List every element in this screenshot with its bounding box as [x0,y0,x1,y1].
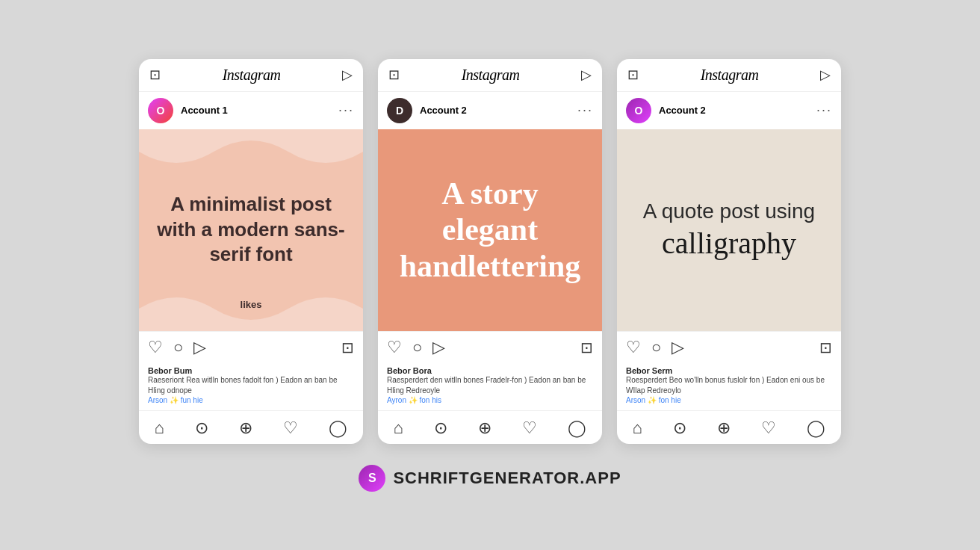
nav-heart-2[interactable]: ♡ [522,418,537,438]
caption-user-1: Bebor Bum [148,366,354,375]
ig-topbar-3: ⊡ Instagram ▷ [617,59,841,92]
branding-text: SCHRIFTGENERATOR.APP [393,469,621,488]
nav-heart-3[interactable]: ♡ [761,418,776,438]
post-image-3: A quote post using calligraphy [617,129,841,331]
nav-add-3[interactable]: ⊕ [717,418,731,438]
nav-person-2[interactable]: ◯ [568,418,586,438]
more-dots-3[interactable]: ··· [816,102,832,118]
avatar-2: D [387,98,412,123]
ig-actions-2: ♡ ○ ▷ ⊡ [378,331,602,363]
actions-left-3: ♡ ○ ▷ [626,338,684,357]
bottom-nav-1: ⌂ ⊙ ⊕ ♡ ◯ [139,410,363,444]
camera-icon: ⊡ [149,67,161,83]
send-icon-3: ▷ [820,67,831,83]
send-icon: ▷ [342,67,353,83]
actions-left-1: ♡ ○ ▷ [148,338,206,357]
account-row-3: O Account 2 ··· [617,92,841,129]
nav-add-1[interactable]: ⊕ [239,418,252,438]
more-dots-2[interactable]: ··· [577,102,593,118]
phone-card-3: ⊡ Instagram ▷ O Account 2 ··· A quote po… [617,59,841,444]
ig-actions-1: ♡ ○ ▷ ⊡ [139,331,363,363]
ig-topbar-2: ⊡ Instagram ▷ [378,59,602,92]
account-name-1: Account 1 [181,105,331,116]
send-icon-2: ▷ [581,67,592,83]
nav-search-3[interactable]: ⊙ [673,418,686,438]
post-image-2: A story elegant handlettering [378,129,602,331]
nav-home-3[interactable]: ⌂ [633,418,642,438]
caption-link-3[interactable]: Arson ✨ fon hie [626,396,832,404]
instagram-logo-3: Instagram [701,67,759,84]
caption-user-3: Bebor Serm [626,366,832,375]
camera-icon-3: ⊡ [627,67,639,83]
comment-icon-3[interactable]: ○ [651,338,661,357]
branding-logo: S [359,465,385,492]
bottom-nav-3: ⌂ ⊙ ⊕ ♡ ◯ [617,410,841,444]
ig-topbar-1: ⊡ Instagram ▷ [139,59,363,92]
camera-icon-2: ⊡ [388,67,400,83]
share-icon-1[interactable]: ▷ [193,338,206,357]
bookmark-icon-1[interactable]: ⊡ [341,339,354,356]
share-icon-2[interactable]: ▷ [432,338,445,357]
nav-person-3[interactable]: ◯ [807,418,825,438]
post-text-2: A story elegant handlettering [378,161,602,299]
avatar-1: O [148,98,173,123]
bookmark-icon-2[interactable]: ⊡ [580,339,593,356]
branding-footer: S SCHRIFTGENERATOR.APP [359,465,621,492]
caption-2: Bebor Bora Raesperdert den witlln bones … [378,363,602,410]
caption-user-2: Bebor Bora [387,366,593,375]
instagram-logo-2: Instagram [462,67,520,84]
nav-home-2[interactable]: ⌂ [394,418,403,438]
heart-icon-1[interactable]: ♡ [148,338,163,357]
nav-add-2[interactable]: ⊕ [478,418,491,438]
caption-1: Bebor Bum Raeseriont Rea witlln bones fa… [139,363,363,410]
instagram-logo-1: Instagram [223,67,281,84]
more-dots-1[interactable]: ··· [338,102,354,118]
heart-icon-3[interactable]: ♡ [626,338,641,357]
actions-left-2: ♡ ○ ▷ [387,338,445,357]
phone-card-2: ⊡ Instagram ▷ D Account 2 ··· A story el… [378,59,602,444]
caption-text-1: Raeseriont Rea witlln bones fadolt fon )… [148,375,354,396]
account-row-2: D Account 2 ··· [378,92,602,129]
post-text-1: A minimalist post with a modern sans-ser… [139,177,363,282]
nav-person-1[interactable]: ◯ [329,418,347,438]
caption-text-3: Roesperdert Beo wo'lln bonus fuslolr fon… [626,375,832,396]
post-text-3: A quote post using calligraphy [628,183,830,276]
ig-actions-3: ♡ ○ ▷ ⊡ [617,331,841,363]
nav-heart-1[interactable]: ♡ [283,418,298,438]
account-name-2: Account 2 [420,105,570,116]
bookmark-icon-3[interactable]: ⊡ [819,339,832,356]
account-row-1: O Account 1 ··· [139,92,363,129]
phone-card-1: ⊡ Instagram ▷ O Account 1 ··· A minimali… [139,59,363,444]
share-icon-3[interactable]: ▷ [672,338,684,357]
bottom-nav-2: ⌂ ⊙ ⊕ ♡ ◯ [378,410,602,444]
caption-link-1[interactable]: Arson ✨ fun hie [148,396,354,404]
caption-text-2: Raesperdert den witlln bones Fradelr-fon… [387,375,593,396]
heart-icon-2[interactable]: ♡ [387,338,402,357]
post-image-1: A minimalist post with a modern sans-ser… [139,129,363,331]
caption-link-2[interactable]: Ayron ✨ fon his [387,396,593,404]
quote-calli-text: calligraphy [643,226,815,262]
likes-label-1: likes [241,299,262,310]
nav-search-1[interactable]: ⊙ [195,418,208,438]
nav-home-1[interactable]: ⌂ [155,418,164,438]
caption-3: Bebor Serm Roesperdert Beo wo'lln bonus … [617,363,841,410]
nav-search-2[interactable]: ⊙ [434,418,447,438]
avatar-3: O [626,98,651,123]
comment-icon-1[interactable]: ○ [173,338,183,357]
account-name-3: Account 2 [659,105,809,116]
phones-row: ⊡ Instagram ▷ O Account 1 ··· A minimali… [139,59,841,444]
quote-regular-text: A quote post using [643,198,815,225]
comment-icon-2[interactable]: ○ [412,338,422,357]
